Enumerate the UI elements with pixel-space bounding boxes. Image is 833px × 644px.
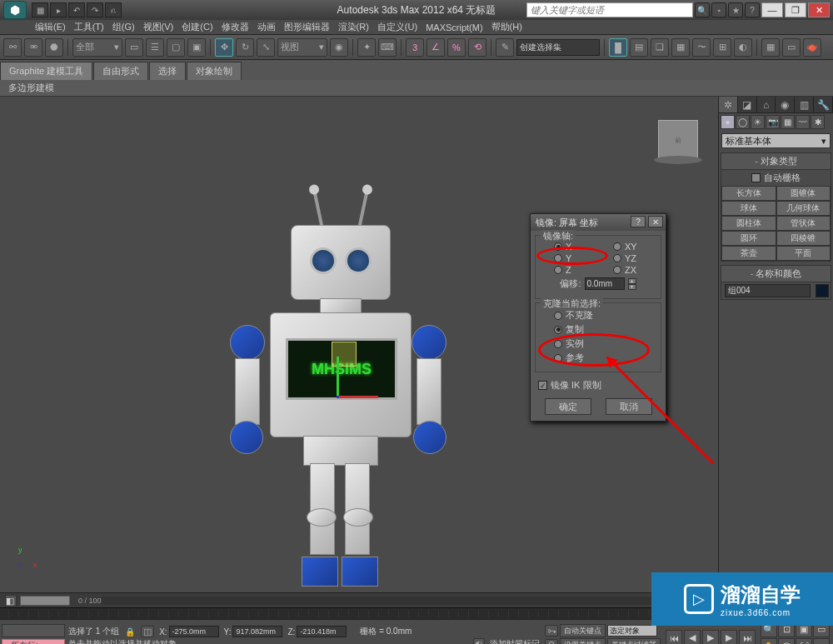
clone-instance-radio[interactable] xyxy=(554,340,562,348)
edit-selection-set-icon[interactable]: ✎ xyxy=(496,38,514,57)
menu-edit[interactable]: 编辑(E) xyxy=(33,21,67,33)
select-object-icon[interactable]: ▭ xyxy=(125,38,143,57)
select-and-move-icon[interactable]: ✥ xyxy=(215,38,233,57)
prim-teapot[interactable]: 茶壶 xyxy=(721,246,776,261)
object-color-swatch[interactable] xyxy=(816,284,829,297)
time-tag-icon[interactable]: ◐ xyxy=(473,638,485,644)
menu-customize[interactable]: 自定义(U) xyxy=(376,21,419,33)
goto-start-icon[interactable]: ⏮ xyxy=(666,630,682,645)
qat-save-icon[interactable]: ↶ xyxy=(68,2,85,17)
cameras-icon[interactable]: 📷 xyxy=(766,115,780,129)
prim-pyramid[interactable]: 四棱锥 xyxy=(776,231,831,246)
key-mode-icon[interactable]: 🗝 xyxy=(545,625,558,637)
ok-button[interactable]: 确定 xyxy=(545,398,591,415)
menu-maxscript[interactable]: MAXScript(M) xyxy=(424,22,484,32)
menu-views[interactable]: 视图(V) xyxy=(142,21,176,33)
align-icon[interactable]: ▤ xyxy=(630,38,648,57)
render-setup-icon[interactable]: ▦ xyxy=(761,38,780,57)
window-crossing-icon[interactable]: ▣ xyxy=(187,38,206,57)
menu-help[interactable]: 帮助(H) xyxy=(490,21,524,33)
spinner-up[interactable]: ▴ xyxy=(628,278,636,284)
geometry-icon[interactable]: ● xyxy=(721,115,735,129)
select-region-icon[interactable]: ▢ xyxy=(167,38,185,57)
qat-undo-icon[interactable]: ↷ xyxy=(87,2,103,17)
helpers-icon[interactable]: ▦ xyxy=(781,115,795,129)
unlink-icon[interactable]: ⚮ xyxy=(24,38,42,57)
close-button[interactable]: ✕ xyxy=(808,2,830,17)
select-manipulate-icon[interactable]: ✦ xyxy=(357,38,376,57)
rollout-header-objtype[interactable]: 对象类型 xyxy=(721,153,831,170)
create-tab-icon[interactable]: ✲ xyxy=(719,97,738,112)
prim-cone[interactable]: 圆锥体 xyxy=(776,186,831,201)
pan-icon[interactable]: ✋ xyxy=(761,638,777,644)
clone-none-radio[interactable] xyxy=(554,312,562,320)
hierarchy-tab-icon[interactable]: ⌂ xyxy=(757,97,776,112)
timeline-config-icon[interactable]: ◧ xyxy=(5,595,17,607)
auto-key-button[interactable]: 自动关键点 xyxy=(560,624,606,637)
axis-z-radio[interactable] xyxy=(554,266,562,274)
qat-open-icon[interactable]: ▸ xyxy=(50,2,67,17)
spinner-down[interactable]: ▾ xyxy=(628,284,636,290)
time-slider-thumb[interactable] xyxy=(20,596,70,606)
axis-yz-radio[interactable] xyxy=(613,254,621,262)
pivot-center-icon[interactable]: ◉ xyxy=(330,38,348,57)
mirror-icon[interactable]: ▐▌ xyxy=(609,38,627,57)
reference-coord-dropdown[interactable]: 视图▾ xyxy=(277,38,327,57)
restore-button[interactable]: ❐ xyxy=(785,2,806,17)
isolate-icon[interactable]: ◫ xyxy=(141,626,154,637)
render-production-icon[interactable]: 🫖 xyxy=(803,38,821,57)
ribbon-tab-freeform[interactable]: 自由形式 xyxy=(93,62,148,80)
spinner-snap-icon[interactable]: ⟲ xyxy=(468,38,486,57)
minimize-button[interactable]: — xyxy=(761,2,783,17)
infocenter-icon[interactable]: ⋆ xyxy=(711,2,726,17)
viewcube[interactable]: 前 xyxy=(658,120,698,160)
next-frame-icon[interactable]: ▶ xyxy=(721,630,737,645)
add-time-tag[interactable]: 添加时间标记 xyxy=(490,638,540,644)
menu-create[interactable]: 创建(C) xyxy=(180,21,214,33)
menu-animation[interactable]: 动画 xyxy=(256,21,277,33)
maximize-viewport-icon[interactable]: ⛶ xyxy=(796,638,812,644)
maxscript-mini-listener[interactable] xyxy=(2,624,65,637)
cancel-button[interactable]: 取消 xyxy=(606,398,652,415)
help-search-input[interactable] xyxy=(526,2,693,17)
selection-lock-icon[interactable]: 🔒 xyxy=(124,626,136,637)
menu-modifiers[interactable]: 修改器 xyxy=(220,21,251,33)
autogrid-checkbox[interactable] xyxy=(751,173,761,182)
bind-icon[interactable]: ⬣ xyxy=(45,38,63,57)
snap-toggle-icon[interactable]: 3 xyxy=(406,38,424,57)
dialog-close-button[interactable]: ✕ xyxy=(648,216,663,227)
prim-cylinder[interactable]: 圆柱体 xyxy=(721,216,776,231)
qat-new-icon[interactable]: ▦ xyxy=(32,2,48,17)
axis-xy-radio[interactable] xyxy=(613,242,621,251)
axis-y-radio[interactable] xyxy=(554,254,562,262)
selection-filter-dropdown[interactable]: 全部▾ xyxy=(72,38,122,57)
modify-tab-icon[interactable]: ◪ xyxy=(738,97,757,112)
link-icon[interactable]: ⚯ xyxy=(3,38,22,57)
object-name-input[interactable]: 组004 xyxy=(725,284,811,297)
display-tab-icon[interactable]: ▥ xyxy=(795,97,814,112)
maxscript-listener-button[interactable]: ▸所在行: xyxy=(2,639,65,645)
scene-object-robot[interactable]: MHSIMS xyxy=(220,200,453,589)
menu-group[interactable]: 组(G) xyxy=(111,21,137,33)
ribbon-tab-objectpaint[interactable]: 对象绘制 xyxy=(187,62,242,80)
goto-end-icon[interactable]: ⏭ xyxy=(739,630,756,645)
prim-torus[interactable]: 圆环 xyxy=(721,231,776,246)
shapes-icon[interactable]: ◯ xyxy=(736,115,750,129)
offset-spinner[interactable]: 0.0mm xyxy=(585,277,625,290)
search-icon[interactable]: 🔍 xyxy=(695,2,710,17)
key-target-dropdown[interactable]: 选定对象 xyxy=(607,625,657,637)
utilities-tab-icon[interactable]: 🔧 xyxy=(814,97,833,112)
keyboard-shortcut-icon[interactable]: ⌨ xyxy=(378,38,397,57)
clone-reference-radio[interactable] xyxy=(554,354,562,362)
play-icon[interactable]: ▶ xyxy=(702,630,719,645)
prev-frame-icon[interactable]: ◀ xyxy=(684,630,701,645)
rollout-header-namecolor[interactable]: 名称和颜色 xyxy=(721,266,831,282)
coord-z[interactable]: -210.418m xyxy=(297,626,347,637)
ribbon-tab-selection[interactable]: 选择 xyxy=(149,62,186,80)
select-and-scale-icon[interactable]: ⤡ xyxy=(257,38,275,57)
select-by-name-icon[interactable]: ☰ xyxy=(146,38,164,57)
ribbon-tab-graphite[interactable]: Graphite 建模工具 xyxy=(0,62,92,80)
menu-rendering[interactable]: 渲染(R) xyxy=(337,21,371,33)
spacewarps-icon[interactable]: 〰 xyxy=(796,115,810,129)
named-selection-dropdown[interactable]: 创建选择集 xyxy=(516,39,600,56)
